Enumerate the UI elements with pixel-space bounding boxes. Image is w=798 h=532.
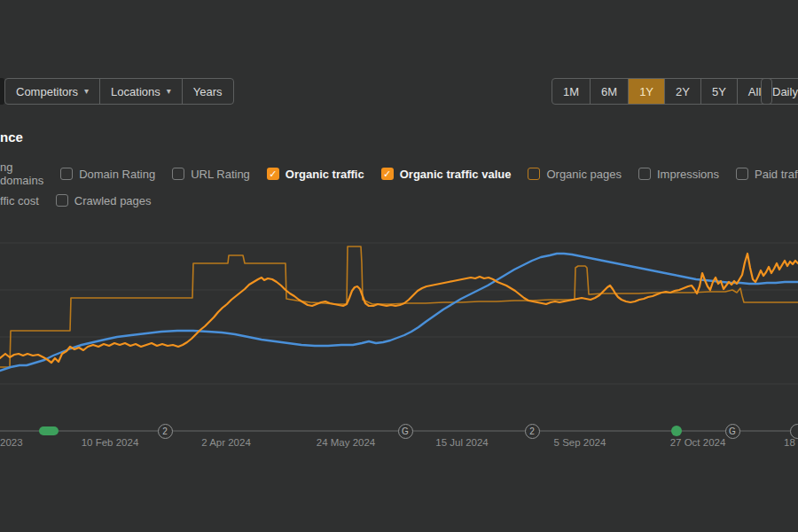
metric-label: Domain Rating <box>79 168 155 181</box>
range-button-5y[interactable]: 5Y <box>701 79 738 104</box>
metric-checkbox-organic-traffic[interactable]: ✓Organic traffic <box>267 168 364 181</box>
metric-checkbox-url-rating[interactable]: URL Rating <box>172 168 250 181</box>
x-axis-date-label: 2 Apr 2024 <box>201 437 251 448</box>
metric-label-clipped: ffic cost <box>0 194 39 207</box>
x-axis-date-label: 2023 <box>0 437 23 448</box>
date-range-button-group: 1M6M1Y2Y5YAll <box>552 78 772 105</box>
metrics-row-2: ffic costCrawled pages <box>0 192 152 208</box>
performance-chart <box>0 213 798 430</box>
metric-checkbox-impressions[interactable]: Impressions <box>638 168 719 181</box>
metric-label-clipped: ng domains <box>0 160 43 187</box>
metric-label: URL Rating <box>191 168 250 181</box>
filter-button-group: Competitors▾Locations▾Years <box>4 78 234 105</box>
metric-label: Impressions <box>657 168 719 181</box>
ahrefs-performance-page: { "page": {"background": "#2f3030", "acc… <box>0 0 798 532</box>
check-icon: ✓ <box>383 169 391 179</box>
metric-checkbox-paid-traffic[interactable]: Paid traffic <box>736 168 798 181</box>
filter-button-competitors[interactable]: Competitors▾ <box>5 79 100 104</box>
metric-checkbox-organic-pages[interactable]: Organic pages <box>528 168 622 181</box>
check-icon: ✓ <box>269 169 277 179</box>
metric-checkbox-organic-traffic-value[interactable]: ✓Organic traffic value <box>381 168 512 181</box>
performance-heading-clipped: nce <box>0 129 23 145</box>
metric-label: Organic traffic value <box>400 168 512 181</box>
timeline-event-marker-g[interactable]: G <box>725 424 740 439</box>
x-axis-date-label: 5 Sep 2024 <box>554 437 606 448</box>
checkbox-icon <box>172 168 184 180</box>
range-button-6m[interactable]: 6M <box>591 79 629 104</box>
metric-checkbox-domain-rating[interactable]: Domain Rating <box>60 168 155 181</box>
chart-line-organic-traffic <box>0 254 798 371</box>
timeline-event-marker-green[interactable] <box>39 426 59 435</box>
metric-label: Organic traffic <box>286 168 364 181</box>
timeline-event-marker-2[interactable]: 2 <box>158 424 173 439</box>
checkbox-icon <box>736 168 748 180</box>
chart-line-organic-pages-hover-preview- <box>0 246 798 367</box>
metric-checkbox-crawled-pages[interactable]: Crawled pages <box>56 194 152 207</box>
timeline-event-marker-green[interactable] <box>671 426 682 436</box>
x-axis-date-label: 27 Oct 2024 <box>670 437 726 448</box>
timeline-event-marker-2[interactable]: 2 <box>525 424 540 439</box>
checkbox-icon: ✓ <box>267 168 279 180</box>
x-axis-date-label: 15 Jul 2024 <box>435 437 488 448</box>
chart-line-organic-traffic-value <box>0 254 798 363</box>
x-axis-date-label: 10 Feb 2024 <box>82 437 139 448</box>
checkbox-icon <box>56 194 68 207</box>
range-button-1m[interactable]: 1M <box>552 79 591 104</box>
metric-label: Organic pages <box>546 168 622 181</box>
filter-button-label: Competitors <box>16 85 78 98</box>
metrics-row-1: ng domainsDomain RatingURL Rating✓Organi… <box>0 166 798 182</box>
filter-button-label: Years <box>193 85 223 98</box>
checkbox-icon <box>528 168 540 180</box>
granularity-button-label: Daily <box>772 85 798 98</box>
x-axis-date-label: 18 Dec 2024 <box>784 437 798 448</box>
checkbox-icon <box>638 168 651 180</box>
timeline-event-marker-g[interactable]: G <box>398 424 413 439</box>
filter-button-years[interactable]: Years <box>183 79 233 104</box>
metric-label: Crawled pages <box>74 194 152 207</box>
filter-button-locations[interactable]: Locations▾ <box>100 79 183 104</box>
x-axis-date-label: 24 May 2024 <box>317 437 376 448</box>
checkbox-icon: ✓ <box>381 168 394 180</box>
chevron-down-icon: ▾ <box>84 87 89 96</box>
chevron-down-icon: ▾ <box>167 87 171 96</box>
filter-button-label: Locations <box>111 85 160 98</box>
range-button-2y[interactable]: 2Y <box>665 79 701 104</box>
granularity-button[interactable]: Daily ▾ <box>761 78 798 105</box>
metric-label: Paid traffic <box>755 168 798 181</box>
range-button-1y[interactable]: 1Y <box>629 79 665 104</box>
checkbox-icon <box>60 168 73 180</box>
